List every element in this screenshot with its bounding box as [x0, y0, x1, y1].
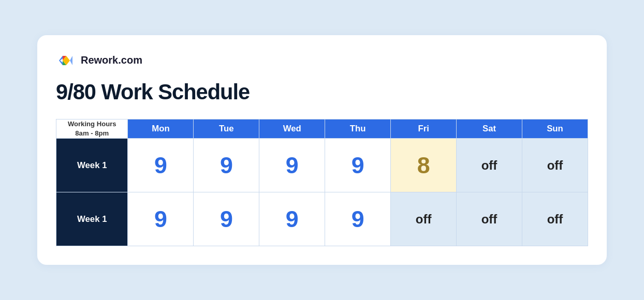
logo-row: Rework.com	[56, 51, 588, 70]
week-label-1: Week 1	[56, 192, 128, 246]
week-label-0: Week 1	[56, 139, 128, 192]
day-header-sat: Sat	[457, 119, 522, 139]
cell-r1-c6: off	[522, 192, 588, 246]
day-header-tue: Tue	[194, 119, 259, 139]
cell-r1-c2: 9	[259, 192, 325, 246]
cell-r0-c2: 9	[259, 139, 325, 192]
cell-r0-c6: off	[522, 139, 588, 192]
cell-r0-c0: 9	[128, 139, 194, 192]
header-label: Working Hours 8am - 8pm	[56, 119, 128, 139]
cell-r1-c3: 9	[325, 192, 391, 246]
cell-r0-c4: 8	[391, 139, 457, 192]
svg-marker-0	[59, 56, 63, 65]
cell-r1-c1: 9	[194, 192, 259, 246]
page-title: 9/80 Work Schedule	[56, 80, 588, 104]
day-header-fri: Fri	[391, 119, 457, 139]
cell-r1-c0: 9	[128, 192, 194, 246]
day-header-thu: Thu	[325, 119, 391, 139]
day-header-wed: Wed	[259, 119, 325, 139]
cell-r1-c5: off	[457, 192, 522, 246]
cell-r1-c4: off	[391, 192, 457, 246]
main-card: Rework.com 9/80 Work Schedule Working Ho…	[37, 35, 607, 265]
svg-marker-4	[70, 56, 72, 65]
cell-r0-c5: off	[457, 139, 522, 192]
day-header-sun: Sun	[522, 119, 588, 139]
cell-r0-c1: 9	[194, 139, 259, 192]
day-header-mon: Mon	[128, 119, 194, 139]
schedule-table: Working Hours 8am - 8pm Mon Tue Wed Thu …	[56, 119, 588, 247]
logo-text: Rework.com	[81, 54, 142, 66]
logo-icon	[56, 51, 76, 70]
cell-r0-c3: 9	[325, 139, 391, 192]
